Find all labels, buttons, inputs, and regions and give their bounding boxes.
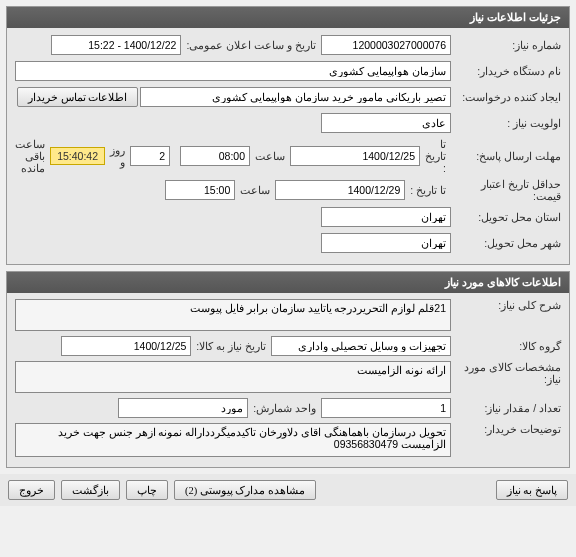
price-valid-date-field [275, 180, 405, 200]
reply-date-field [290, 146, 420, 166]
exit-button[interactable]: خروج [8, 480, 55, 500]
delivery-province-field [321, 207, 451, 227]
spec-label: مشخصات کالای مورد نیاز: [451, 361, 561, 385]
footer-bar: خروج بازگشت چاپ مشاهده مدارک پیوستی (2) … [0, 474, 576, 506]
buyer-label: نام دستگاه خریدار: [451, 65, 561, 77]
to-date-label-1: تا تاریخ : [420, 138, 451, 174]
spec-field [15, 361, 451, 393]
announce-field [51, 35, 181, 55]
delivery-city-label: شهر محل تحویل: [451, 237, 561, 249]
buyer-field [15, 61, 451, 81]
need-date-label: تاریخ نیاز به کالا: [191, 340, 271, 352]
requester-label: ایجاد کننده درخواست: [451, 91, 561, 103]
delivery-province-label: استان محل تحویل: [451, 211, 561, 223]
reply-deadline-label: مهلت ارسال پاسخ: [451, 150, 561, 162]
group-label: گروه کالا: [451, 340, 561, 352]
need-no-label: شماره نیاز: [451, 39, 561, 51]
price-valid-label: حداقل تاریخ اعتبار قیمت: [451, 178, 561, 202]
remaining-label: ساعت باقی مانده [10, 138, 50, 174]
announce-label: تاریخ و ساعت اعلان عمومی: [181, 39, 321, 51]
to-date-label-2: تا تاریخ : [405, 184, 451, 196]
remaining-time-badge: 15:40:42 [50, 147, 105, 165]
print-button[interactable]: چاپ [126, 480, 168, 500]
desc-label: شرح کلی نیاز: [451, 299, 561, 311]
desc-field [15, 299, 451, 331]
panel-header-goods: اطلاعات کالاهای مورد نیاز [7, 272, 569, 293]
reply-button[interactable]: پاسخ به نیاز [496, 480, 568, 500]
priority-field [321, 113, 451, 133]
buyer-notes-field [15, 423, 451, 457]
delivery-city-field [321, 233, 451, 253]
back-button[interactable]: بازگشت [61, 480, 120, 500]
reply-time-field [180, 146, 250, 166]
panel-header-need: جزئیات اطلاعات نیاز [7, 7, 569, 28]
attachments-button[interactable]: مشاهده مدارک پیوستی (2) [174, 480, 316, 500]
priority-label: اولویت نیاز : [451, 117, 561, 129]
days-field [130, 146, 170, 166]
unit-field [118, 398, 248, 418]
buyer-contact-button[interactable]: اطلاعات تماس خریدار [17, 87, 138, 107]
time-label-2: ساعت [235, 184, 275, 196]
need-no-field [321, 35, 451, 55]
time-label-1: ساعت [250, 150, 290, 162]
qty-label: تعداد / مقدار نیاز: [451, 402, 561, 414]
group-field [271, 336, 451, 356]
qty-field [321, 398, 451, 418]
goods-info-panel: اطلاعات کالاهای مورد نیاز شرح کلی نیاز: … [6, 271, 570, 468]
requester-field [140, 87, 451, 107]
unit-label: واحد شمارش: [248, 402, 321, 414]
buyer-notes-label: توضیحات خریدار: [451, 423, 561, 435]
days-and-label: روز و [105, 144, 130, 168]
need-date-field [61, 336, 191, 356]
price-valid-time-field [165, 180, 235, 200]
need-details-panel: جزئیات اطلاعات نیاز شماره نیاز: تاریخ و … [6, 6, 570, 265]
